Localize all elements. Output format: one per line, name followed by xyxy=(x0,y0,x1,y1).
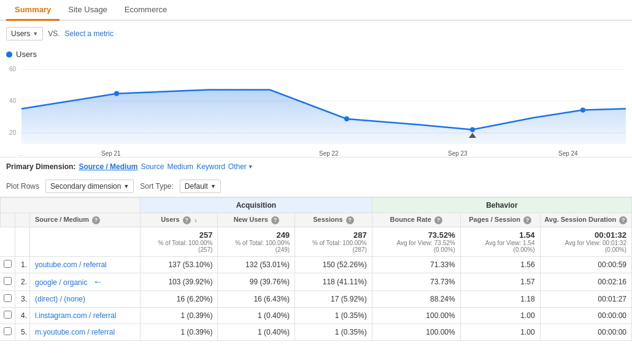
row-checkbox-cell[interactable] xyxy=(1,307,15,324)
tabs-container: Summary Site Usage Ecommerce xyxy=(0,0,632,21)
tab-ecommerce[interactable]: Ecommerce xyxy=(116,0,175,20)
metric1-dropdown-arrow: ▼ xyxy=(33,31,38,37)
table-row: 5. m.youtube.com / referral 1 (0.39%) 1 … xyxy=(1,324,632,340)
dim-source-medium[interactable]: Source / Medium xyxy=(79,162,137,171)
row-new-users: 16 (6.43%) xyxy=(218,290,295,307)
source-medium-info-icon[interactable]: ? xyxy=(92,216,100,224)
th-checkbox xyxy=(1,213,15,227)
chart-dot xyxy=(470,127,475,132)
row-checkbox[interactable] xyxy=(4,277,12,285)
row-checkbox-cell[interactable] xyxy=(1,256,15,273)
row-users: 137 (53.10%) xyxy=(141,256,218,273)
total-bounce: 73.52% Avg for View: 73.52% (0.00%) xyxy=(372,227,460,256)
chart-dot xyxy=(114,91,119,96)
row-checkbox-cell[interactable] xyxy=(1,273,15,290)
row-checkbox[interactable] xyxy=(4,294,12,302)
dim-source[interactable]: Source xyxy=(141,162,164,171)
row-bounce: 100.00% xyxy=(372,324,460,340)
sort-type-dropdown[interactable]: Default ▼ xyxy=(180,180,221,193)
select-metric-link[interactable]: Select a metric xyxy=(65,29,114,38)
row-pages: 1.00 xyxy=(460,324,540,340)
th-users[interactable]: Users ? ↓ xyxy=(141,213,218,227)
users-info-icon[interactable]: ? xyxy=(183,216,191,224)
row-source-link[interactable]: google / organic xyxy=(35,278,87,287)
total-cb xyxy=(1,227,15,256)
svg-text:Sep 23: Sep 23 xyxy=(448,150,468,157)
new-users-info-icon[interactable]: ? xyxy=(271,216,279,224)
secondary-dimension-dropdown[interactable]: Secondary dimension ▼ xyxy=(45,180,134,193)
row-avg: 00:00:00 xyxy=(540,307,631,324)
row-new-users: 1 (0.40%) xyxy=(218,324,295,340)
chart-legend: Users xyxy=(6,50,626,62)
row-avg: 00:02:16 xyxy=(540,273,631,290)
users-sort-icon: ↓ xyxy=(195,217,198,223)
row-source: l.instagram.com / referral xyxy=(30,307,141,324)
row-source-link[interactable]: (direct) / (none) xyxy=(35,295,85,303)
avg-info-icon[interactable]: ? xyxy=(619,216,627,224)
th-pages-session[interactable]: Pages / Session ? xyxy=(460,213,540,227)
row-bounce: 88.24% xyxy=(372,290,460,307)
dim-other-dropdown[interactable]: Other ▼ xyxy=(228,162,253,171)
metric-selector: Users ▼ VS. Select a metric xyxy=(0,21,632,47)
row-source-link[interactable]: m.youtube.com / referral xyxy=(35,328,115,336)
row-checkbox-cell[interactable] xyxy=(1,290,15,307)
th-bounce-rate[interactable]: Bounce Rate ? xyxy=(372,213,460,227)
row-source: (direct) / (none) xyxy=(30,290,141,307)
row-bounce: 100.00% xyxy=(372,307,460,324)
row-new-users: 132 (53.01%) xyxy=(218,256,295,273)
row-source-link[interactable]: l.instagram.com / referral xyxy=(35,311,117,320)
tab-summary[interactable]: Summary xyxy=(6,0,60,21)
row-num: 3. xyxy=(15,290,30,307)
row-sessions: 118 (41.11%) xyxy=(295,273,372,290)
row-checkbox[interactable] xyxy=(4,260,12,268)
row-sessions: 150 (52.26%) xyxy=(295,256,372,273)
tab-site-usage[interactable]: Site Usage xyxy=(60,0,116,20)
total-avg: 00:01:32 Avg for View: 00:01:32 (0.00%) xyxy=(540,227,631,256)
row-bounce: 71.33% xyxy=(372,256,460,273)
sessions-info-icon[interactable]: ? xyxy=(346,216,354,224)
legend-label: Users xyxy=(16,50,37,59)
row-num: 2. xyxy=(15,273,30,290)
sort-default-label: Default xyxy=(185,182,208,191)
row-source: youtube.com / referral xyxy=(30,256,141,273)
row-avg: 00:00:00 xyxy=(540,324,631,340)
row-source-link[interactable]: youtube.com / referral xyxy=(35,260,107,269)
chart-container: 60 40 20 xyxy=(6,62,626,157)
table-row: 4. l.instagram.com / referral 1 (0.39%) … xyxy=(1,307,632,324)
dim-medium[interactable]: Medium xyxy=(167,162,193,171)
row-pages: 1.56 xyxy=(460,256,540,273)
chart-svg: 60 40 20 xyxy=(6,62,626,157)
row-checkbox-cell[interactable] xyxy=(1,324,15,340)
table-row: 1. youtube.com / referral 137 (53.10%) 1… xyxy=(1,256,632,273)
secondary-dim-arrow: ▼ xyxy=(123,183,129,189)
bounce-info-icon[interactable]: ? xyxy=(434,216,442,224)
primary-dim-label: Primary Dimension: xyxy=(6,162,75,171)
sort-type-label: Sort Type: xyxy=(140,182,173,191)
th-behavior: Behavior xyxy=(372,198,631,213)
total-new-users: 249 % of Total: 100.00% (249) xyxy=(218,227,295,256)
metric1-dropdown[interactable]: Users ▼ xyxy=(6,27,43,40)
th-source-medium[interactable]: Source / Medium ? xyxy=(30,213,141,227)
row-source: google / organic ← xyxy=(30,273,141,290)
th-sessions[interactable]: Sessions ? xyxy=(295,213,372,227)
table-row: 3. (direct) / (none) 16 (6.20%) 16 (6.43… xyxy=(1,290,632,307)
row-new-users: 1 (0.40%) xyxy=(218,307,295,324)
row-bounce: 73.73% xyxy=(372,273,460,290)
total-sessions: 287 % of Total: 100.00% (287) xyxy=(295,227,372,256)
dim-other-arrow: ▼ xyxy=(248,164,253,170)
pages-info-icon[interactable]: ? xyxy=(523,216,531,224)
sort-arrow: ▼ xyxy=(210,183,216,189)
dim-other-label: Other xyxy=(228,162,247,171)
th-new-users[interactable]: New Users ? xyxy=(218,213,295,227)
th-avg-session[interactable]: Avg. Session Duration ? xyxy=(540,213,631,227)
th-acquisition: Acquisition xyxy=(141,198,372,213)
dim-keyword[interactable]: Keyword xyxy=(196,162,225,171)
row-checkbox[interactable] xyxy=(4,311,12,319)
chart-area: Users 60 40 20 xyxy=(0,47,632,157)
svg-text:Sep 21: Sep 21 xyxy=(101,150,121,157)
row-pages: 1.57 xyxy=(460,273,540,290)
row-users: 1 (0.39%) xyxy=(141,307,218,324)
row-checkbox[interactable] xyxy=(4,327,12,335)
row-num: 5. xyxy=(15,324,30,340)
row-users: 1 (0.39%) xyxy=(141,324,218,340)
